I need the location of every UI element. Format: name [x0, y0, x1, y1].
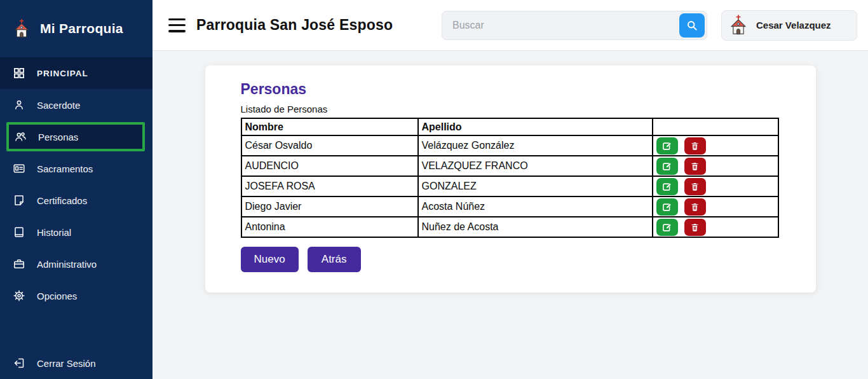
new-button[interactable]: Nuevo: [241, 247, 299, 272]
edit-button[interactable]: [656, 137, 678, 155]
cell-nombre: Antonina: [241, 217, 418, 237]
certificate-icon: [13, 194, 25, 207]
trash-icon: [690, 223, 700, 232]
grid-icon: [13, 67, 25, 79]
table-row: JOSEFA ROSAGONZALEZ: [241, 176, 778, 196]
cell-actions: [653, 156, 778, 176]
sidebar-item-label: Sacramentos: [37, 163, 93, 174]
card-actions: Nuevo Atrás: [241, 247, 778, 272]
edit-icon: [662, 182, 672, 191]
table-row: César OsvaldoVelázquez González: [241, 135, 778, 156]
sidebar-item-label: Personas: [38, 132, 78, 142]
cell-apellido: VELAZQUEZ FRANCO: [418, 156, 653, 176]
church-user-icon: [728, 13, 749, 37]
edit-icon: [662, 223, 672, 232]
person-icon: [13, 99, 25, 111]
card-subtitle: Listado de Personas: [241, 104, 778, 114]
cell-nombre: Diego Javier: [241, 196, 418, 217]
delete-button[interactable]: [684, 137, 706, 155]
sidebar-item-label: Administrativo: [37, 259, 97, 270]
sidebar-item-label: Historial: [37, 227, 71, 238]
trash-icon: [690, 162, 700, 171]
delete-button[interactable]: [684, 198, 706, 216]
brand-title: Mi Parroquia: [40, 21, 123, 36]
trash-icon: [690, 202, 700, 212]
cell-nombre: JOSEFA ROSA: [241, 176, 418, 196]
table-row: AntoninaNuñez de Acosta: [241, 217, 778, 237]
cell-apellido: Velázquez González: [418, 135, 653, 156]
back-button[interactable]: Atrás: [308, 247, 361, 272]
sidebar-item-label: Certificados: [37, 195, 87, 206]
people-icon: [14, 130, 27, 143]
edit-icon: [662, 162, 672, 171]
table-row: Diego JavierAcosta Núñez: [241, 196, 778, 217]
edit-button[interactable]: [656, 198, 678, 216]
search-icon: [686, 19, 698, 32]
header-actions: [653, 118, 778, 135]
personas-table: Nombre Apellido César OsvaldoVelázquez G…: [241, 118, 779, 238]
card-title: Personas: [241, 81, 778, 98]
hamburger-bar: [168, 18, 186, 21]
cell-apellido: Nuñez de Acosta: [418, 217, 653, 237]
trash-icon: [690, 182, 700, 191]
edit-button[interactable]: [656, 219, 678, 236]
app-root: Mi Parroquia PRINCIPALSacerdotePersonasS…: [0, 0, 868, 379]
sidebar-item-principal[interactable]: PRINCIPAL: [0, 57, 153, 89]
sidebar-item-opciones[interactable]: Opciones: [0, 280, 153, 312]
sidebar-nav: PRINCIPALSacerdotePersonasSacramentosCer…: [0, 57, 153, 312]
church-logo-icon: [11, 18, 32, 39]
sidebar-item-personas[interactable]: Personas: [6, 122, 145, 151]
main-column: Parroquia San José Esposo Cesar Velazque…: [153, 0, 868, 379]
header-apellido: Apellido: [418, 118, 653, 135]
edit-button[interactable]: [656, 178, 678, 195]
sidebar-item-cerrar-sesion[interactable]: Cerrar Sesión: [0, 347, 153, 379]
hamburger-bar: [168, 30, 186, 32]
sidebar: Mi Parroquia PRINCIPALSacerdotePersonasS…: [0, 0, 153, 379]
hamburger-menu-button[interactable]: [168, 18, 186, 32]
table-row: AUDENCIOVELAZQUEZ FRANCO: [241, 156, 778, 176]
delete-button[interactable]: [684, 219, 706, 236]
search-button[interactable]: [679, 13, 705, 38]
sidebar-item-label: Sacerdote: [37, 100, 80, 111]
cell-apellido: Acosta Núñez: [418, 196, 653, 217]
edit-icon: [662, 202, 672, 212]
cell-apellido: GONZALEZ: [418, 176, 653, 196]
search-bar: [442, 11, 707, 40]
user-chip[interactable]: Cesar Velazquez: [721, 10, 857, 41]
edit-icon: [662, 141, 672, 151]
trash-icon: [690, 141, 700, 151]
brand: Mi Parroquia: [0, 0, 153, 57]
search-input[interactable]: [452, 20, 679, 31]
cell-actions: [653, 176, 778, 196]
header-nombre: Nombre: [241, 118, 418, 135]
delete-button[interactable]: [684, 158, 706, 175]
cell-actions: [653, 135, 778, 156]
book-icon: [13, 226, 25, 238]
content-area: Personas Listado de Personas Nombre Apel…: [153, 51, 868, 379]
topbar: Parroquia San José Esposo Cesar Velazque…: [153, 0, 868, 51]
edit-button[interactable]: [656, 158, 678, 175]
logout-icon: [13, 357, 25, 369]
cell-nombre: César Osvaldo: [241, 135, 418, 156]
sidebar-item-label: PRINCIPAL: [37, 69, 88, 78]
id-card-icon: [13, 162, 25, 175]
user-name: Cesar Velazquez: [756, 20, 831, 31]
table-header-row: Nombre Apellido: [241, 118, 778, 135]
sidebar-item-administrativo[interactable]: Administrativo: [0, 248, 153, 280]
personas-card: Personas Listado de Personas Nombre Apel…: [205, 65, 816, 293]
cell-nombre: AUDENCIO: [241, 156, 418, 176]
parish-title: Parroquia San José Esposo: [196, 17, 393, 34]
cell-actions: [653, 217, 778, 237]
sidebar-item-sacerdote[interactable]: Sacerdote: [0, 89, 153, 121]
delete-button[interactable]: [684, 178, 706, 195]
hamburger-bar: [168, 24, 186, 27]
sidebar-item-historial[interactable]: Historial: [0, 216, 153, 248]
sidebar-item-label: Cerrar Sesión: [37, 358, 96, 369]
sidebar-item-certificados[interactable]: Certificados: [0, 184, 153, 216]
briefcase-icon: [13, 258, 25, 270]
sidebar-item-sacramentos[interactable]: Sacramentos: [0, 153, 153, 184]
cell-actions: [653, 196, 778, 217]
sidebar-item-label: Opciones: [37, 291, 77, 301]
gear-icon: [13, 289, 25, 302]
